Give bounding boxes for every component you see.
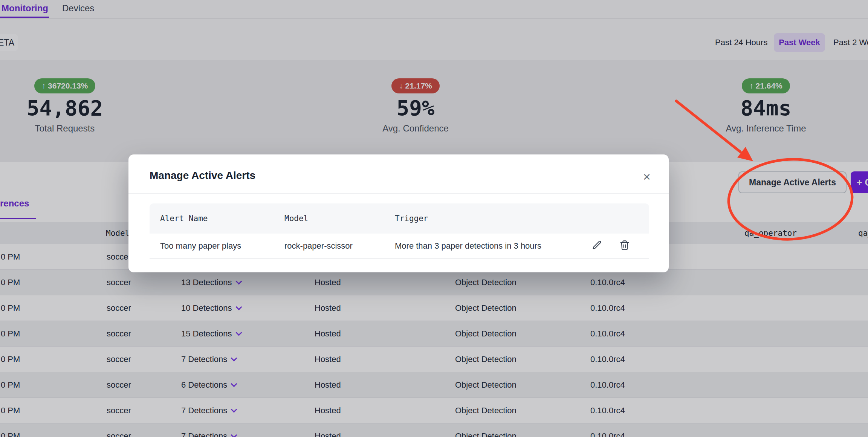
manage-active-alerts-modal: Manage Active Alerts ✕ Alert Name Model …	[128, 154, 669, 272]
close-icon[interactable]: ✕	[639, 170, 654, 185]
monitoring-dashboard: Monitoring Devices ETA Past 24 Hours Pas…	[0, 0, 868, 437]
alert-trigger-cell: More than 3 paper detections in 3 hours	[395, 241, 541, 251]
edit-pencil-icon[interactable]	[592, 240, 604, 252]
modal-divider	[128, 193, 669, 194]
modal-title: Manage Active Alerts	[150, 170, 255, 182]
delete-trash-icon[interactable]	[619, 240, 631, 252]
alerts-table-header: Alert Name Model Trigger	[150, 203, 649, 234]
column-header-alert-name: Alert Name	[160, 214, 208, 223]
alert-model-cell: rock-paper-scissor	[284, 241, 353, 251]
column-header-trigger: Trigger	[395, 214, 428, 223]
alert-row: Too many paper plays rock-paper-scissor …	[150, 234, 649, 259]
alert-name-cell: Too many paper plays	[160, 241, 241, 251]
column-header-model: Model	[284, 214, 308, 223]
